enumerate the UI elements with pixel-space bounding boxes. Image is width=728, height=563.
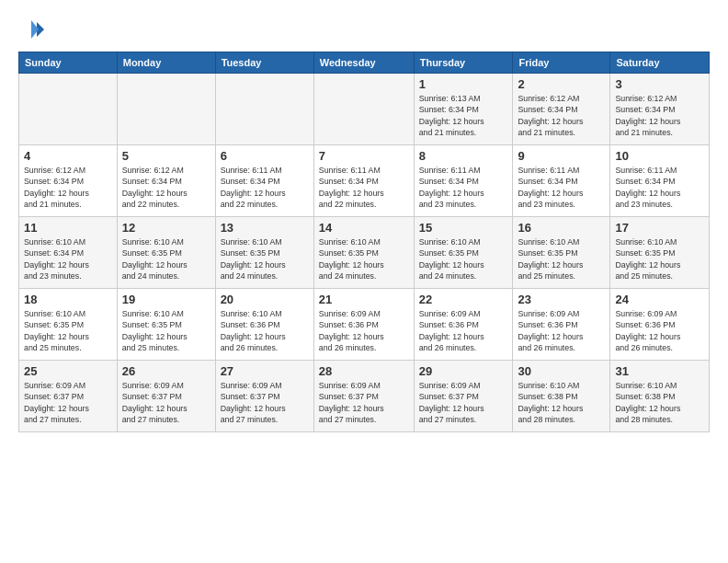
calendar-cell: 5Sunrise: 6:12 AMSunset: 6:34 PMDaylight…: [117, 145, 215, 217]
calendar-cell: 13Sunrise: 6:10 AMSunset: 6:35 PMDayligh…: [215, 217, 313, 289]
day-info: Sunrise: 6:11 AMSunset: 6:34 PMDaylight:…: [518, 165, 605, 210]
day-info: Sunrise: 6:10 AMSunset: 6:36 PMDaylight:…: [221, 308, 309, 353]
day-number: 28: [319, 364, 409, 378]
calendar-cell: 3Sunrise: 6:12 AMSunset: 6:34 PMDaylight…: [610, 74, 710, 145]
day-info: Sunrise: 6:11 AMSunset: 6:34 PMDaylight:…: [221, 165, 309, 210]
header: [18, 17, 710, 42]
header-cell-thursday: Thursday: [414, 52, 513, 74]
day-info: Sunrise: 6:10 AMSunset: 6:38 PMDaylight:…: [518, 380, 605, 425]
day-number: 29: [419, 364, 508, 378]
day-number: 6: [221, 149, 309, 163]
day-number: 31: [615, 364, 704, 378]
calendar-cell: 4Sunrise: 6:12 AMSunset: 6:34 PMDaylight…: [19, 145, 118, 217]
calendar-cell: 25Sunrise: 6:09 AMSunset: 6:37 PMDayligh…: [19, 361, 118, 432]
calendar-cell: 10Sunrise: 6:11 AMSunset: 6:34 PMDayligh…: [610, 145, 710, 217]
day-number: 3: [615, 77, 704, 91]
day-info: Sunrise: 6:10 AMSunset: 6:35 PMDaylight:…: [615, 236, 704, 282]
calendar-cell: 18Sunrise: 6:10 AMSunset: 6:35 PMDayligh…: [19, 289, 118, 361]
day-info: Sunrise: 6:09 AMSunset: 6:36 PMDaylight:…: [319, 308, 409, 353]
calendar-cell: 19Sunrise: 6:10 AMSunset: 6:35 PMDayligh…: [117, 289, 215, 361]
day-number: 10: [615, 149, 704, 163]
day-info: Sunrise: 6:10 AMSunset: 6:34 PMDaylight:…: [24, 236, 112, 282]
calendar-cell: 6Sunrise: 6:11 AMSunset: 6:34 PMDaylight…: [215, 145, 313, 217]
calendar-cell: 31Sunrise: 6:10 AMSunset: 6:38 PMDayligh…: [610, 361, 710, 432]
day-number: 19: [122, 293, 210, 306]
day-info: Sunrise: 6:09 AMSunset: 6:37 PMDaylight:…: [319, 380, 409, 425]
day-number: 25: [24, 364, 112, 378]
week-row-2: 4Sunrise: 6:12 AMSunset: 6:34 PMDaylight…: [19, 145, 710, 217]
header-cell-saturday: Saturday: [610, 52, 710, 74]
day-number: 11: [24, 221, 112, 235]
day-number: 8: [419, 149, 508, 163]
calendar-cell: 16Sunrise: 6:10 AMSunset: 6:35 PMDayligh…: [513, 217, 610, 289]
calendar-cell: 28Sunrise: 6:09 AMSunset: 6:37 PMDayligh…: [313, 361, 414, 432]
calendar-cell: [19, 74, 118, 145]
header-row: SundayMondayTuesdayWednesdayThursdayFrid…: [19, 52, 710, 74]
calendar-body: 1Sunrise: 6:13 AMSunset: 6:34 PMDaylight…: [19, 74, 710, 432]
day-info: Sunrise: 6:09 AMSunset: 6:37 PMDaylight:…: [221, 380, 309, 425]
day-info: Sunrise: 6:10 AMSunset: 6:35 PMDaylight:…: [319, 236, 409, 282]
day-number: 7: [319, 149, 409, 163]
header-cell-wednesday: Wednesday: [313, 52, 414, 74]
day-info: Sunrise: 6:10 AMSunset: 6:35 PMDaylight:…: [24, 308, 112, 353]
calendar-cell: 26Sunrise: 6:09 AMSunset: 6:37 PMDayligh…: [117, 361, 215, 432]
day-info: Sunrise: 6:09 AMSunset: 6:37 PMDaylight:…: [122, 380, 210, 425]
day-number: 13: [221, 221, 309, 235]
calendar-cell: 9Sunrise: 6:11 AMSunset: 6:34 PMDaylight…: [513, 145, 610, 217]
day-number: 18: [24, 293, 112, 306]
day-number: 14: [319, 221, 409, 235]
day-info: Sunrise: 6:09 AMSunset: 6:36 PMDaylight:…: [419, 308, 508, 353]
day-info: Sunrise: 6:10 AMSunset: 6:35 PMDaylight:…: [221, 236, 309, 282]
day-number: 17: [615, 221, 704, 235]
logo-icon: [18, 17, 44, 42]
day-number: 20: [221, 293, 309, 306]
day-number: 22: [419, 293, 508, 306]
day-info: Sunrise: 6:09 AMSunset: 6:37 PMDaylight:…: [24, 380, 112, 425]
calendar-cell: 11Sunrise: 6:10 AMSunset: 6:34 PMDayligh…: [19, 217, 118, 289]
day-info: Sunrise: 6:09 AMSunset: 6:36 PMDaylight:…: [518, 308, 605, 353]
calendar-cell: 17Sunrise: 6:10 AMSunset: 6:35 PMDayligh…: [610, 217, 710, 289]
day-info: Sunrise: 6:11 AMSunset: 6:34 PMDaylight:…: [615, 165, 704, 210]
day-info: Sunrise: 6:11 AMSunset: 6:34 PMDaylight:…: [319, 165, 409, 210]
page: SundayMondayTuesdayWednesdayThursdayFrid…: [0, 0, 728, 563]
day-number: 2: [518, 77, 605, 91]
calendar-cell: 27Sunrise: 6:09 AMSunset: 6:37 PMDayligh…: [215, 361, 313, 432]
header-cell-monday: Monday: [117, 52, 215, 74]
calendar-table: SundayMondayTuesdayWednesdayThursdayFrid…: [18, 52, 710, 432]
day-number: 9: [518, 149, 605, 163]
day-info: Sunrise: 6:09 AMSunset: 6:37 PMDaylight:…: [419, 380, 508, 425]
day-number: 23: [518, 293, 605, 306]
logo: [18, 17, 48, 42]
day-info: Sunrise: 6:12 AMSunset: 6:34 PMDaylight:…: [615, 93, 704, 138]
week-row-5: 25Sunrise: 6:09 AMSunset: 6:37 PMDayligh…: [19, 361, 710, 432]
day-number: 12: [122, 221, 210, 235]
calendar-cell: 14Sunrise: 6:10 AMSunset: 6:35 PMDayligh…: [313, 217, 414, 289]
calendar-header: SundayMondayTuesdayWednesdayThursdayFrid…: [19, 52, 710, 74]
calendar-cell: 7Sunrise: 6:11 AMSunset: 6:34 PMDaylight…: [313, 145, 414, 217]
header-cell-tuesday: Tuesday: [215, 52, 313, 74]
calendar-cell: 1Sunrise: 6:13 AMSunset: 6:34 PMDaylight…: [414, 74, 513, 145]
calendar-cell: 20Sunrise: 6:10 AMSunset: 6:36 PMDayligh…: [215, 289, 313, 361]
calendar-cell: [215, 74, 313, 145]
header-cell-friday: Friday: [513, 52, 610, 74]
day-info: Sunrise: 6:10 AMSunset: 6:35 PMDaylight:…: [419, 236, 508, 282]
calendar-cell: 2Sunrise: 6:12 AMSunset: 6:34 PMDaylight…: [513, 74, 610, 145]
calendar-cell: 22Sunrise: 6:09 AMSunset: 6:36 PMDayligh…: [414, 289, 513, 361]
calendar-cell: 21Sunrise: 6:09 AMSunset: 6:36 PMDayligh…: [313, 289, 414, 361]
week-row-3: 11Sunrise: 6:10 AMSunset: 6:34 PMDayligh…: [19, 217, 710, 289]
day-info: Sunrise: 6:10 AMSunset: 6:35 PMDaylight:…: [122, 308, 210, 353]
day-info: Sunrise: 6:13 AMSunset: 6:34 PMDaylight:…: [419, 93, 508, 138]
day-info: Sunrise: 6:12 AMSunset: 6:34 PMDaylight:…: [122, 165, 210, 210]
day-number: 15: [419, 221, 508, 235]
calendar-cell: 23Sunrise: 6:09 AMSunset: 6:36 PMDayligh…: [513, 289, 610, 361]
day-info: Sunrise: 6:11 AMSunset: 6:34 PMDaylight:…: [419, 165, 508, 210]
calendar-cell: 30Sunrise: 6:10 AMSunset: 6:38 PMDayligh…: [513, 361, 610, 432]
day-info: Sunrise: 6:10 AMSunset: 6:35 PMDaylight:…: [122, 236, 210, 282]
calendar-cell: 12Sunrise: 6:10 AMSunset: 6:35 PMDayligh…: [117, 217, 215, 289]
day-info: Sunrise: 6:12 AMSunset: 6:34 PMDaylight:…: [518, 93, 605, 138]
day-number: 27: [221, 364, 309, 378]
week-row-4: 18Sunrise: 6:10 AMSunset: 6:35 PMDayligh…: [19, 289, 710, 361]
calendar-cell: 15Sunrise: 6:10 AMSunset: 6:35 PMDayligh…: [414, 217, 513, 289]
day-number: 21: [319, 293, 409, 306]
calendar-cell: 29Sunrise: 6:09 AMSunset: 6:37 PMDayligh…: [414, 361, 513, 432]
